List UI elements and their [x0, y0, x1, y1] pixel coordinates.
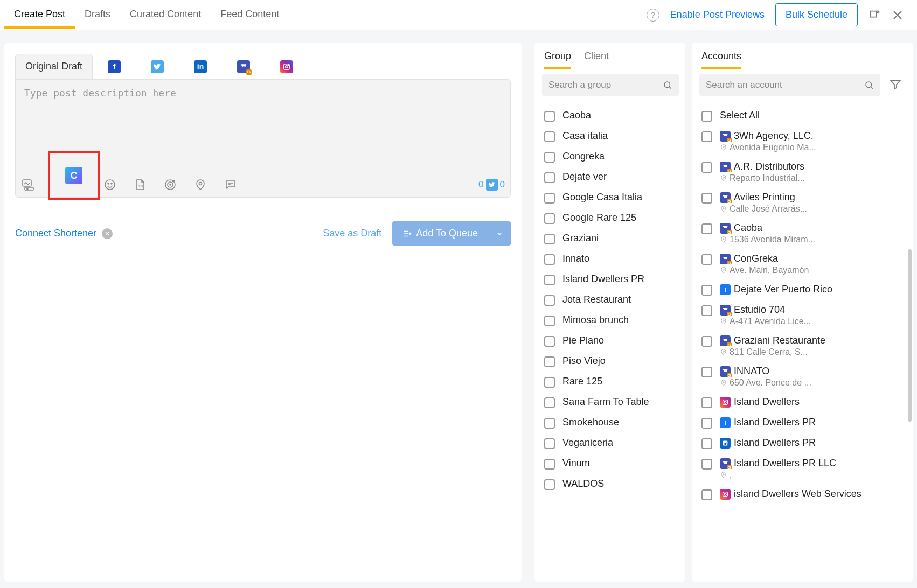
checkbox[interactable]: [701, 305, 712, 316]
account-item[interactable]: Island Dwellers PR LLC,: [699, 453, 905, 484]
checkbox[interactable]: [544, 131, 555, 142]
save-as-draft-link[interactable]: Save as Draft: [323, 228, 381, 239]
checkbox[interactable]: [544, 397, 555, 408]
group-item[interactable]: Piso Viejo: [542, 351, 678, 372]
tab-feed[interactable]: Feed Content: [211, 1, 289, 26]
account-item[interactable]: fDejate Ver Puerto Rico: [699, 279, 905, 300]
account-item[interactable]: island Dwellers Web Services: [699, 484, 905, 505]
account-item[interactable]: fIsland Dwellers PR: [699, 412, 905, 433]
checkbox[interactable]: [544, 172, 555, 183]
google-my-business-icon[interactable]: [237, 60, 250, 73]
account-item[interactable]: ConGrekaAve. Main, Bayamón: [699, 249, 905, 279]
checkbox[interactable]: [544, 254, 555, 265]
checkbox[interactable]: [701, 254, 712, 265]
checkbox[interactable]: [701, 193, 712, 204]
connect-shortener-link[interactable]: Connect Shortener: [15, 228, 96, 239]
checkbox[interactable]: [701, 459, 712, 470]
account-item[interactable]: Estudio 704A-471 Avenida Lice...: [699, 300, 905, 331]
popout-icon[interactable]: [869, 9, 880, 21]
checkbox[interactable]: [544, 213, 555, 224]
tab-create-post[interactable]: Create Post: [4, 1, 75, 29]
help-icon[interactable]: ?: [647, 9, 659, 22]
alt-text-icon[interactable]: [224, 178, 238, 192]
checkbox[interactable]: [544, 479, 555, 490]
twitter-icon[interactable]: [151, 60, 164, 73]
group-item[interactable]: Smokehouse: [542, 412, 678, 433]
tab-drafts[interactable]: Drafts: [75, 1, 120, 26]
post-textarea[interactable]: [24, 87, 502, 146]
account-item[interactable]: Graziani Restaurante811 Calle Cerra, S..…: [699, 331, 905, 361]
account-item[interactable]: Island Dwellers: [699, 392, 905, 412]
account-item[interactable]: 3Wh Agency, LLC.Avenida Eugenio Ma...: [699, 126, 905, 157]
emoji-icon[interactable]: [103, 178, 117, 192]
checkbox[interactable]: [544, 275, 555, 285]
target-icon[interactable]: [163, 178, 177, 192]
group-item[interactable]: Mimosa brunch: [542, 310, 678, 331]
filter-icon[interactable]: [886, 74, 905, 96]
checkbox[interactable]: [544, 356, 555, 367]
checkbox[interactable]: [544, 459, 555, 470]
checkbox[interactable]: [701, 397, 712, 408]
group-item[interactable]: WALDOS: [542, 474, 678, 494]
accounts-tab[interactable]: Accounts: [701, 51, 741, 69]
group-item[interactable]: Dejate ver: [542, 167, 678, 187]
checkbox[interactable]: [544, 152, 555, 163]
original-draft-tab[interactable]: Original Draft: [15, 54, 93, 79]
group-item[interactable]: Congreka: [542, 146, 678, 167]
group-item[interactable]: Jota Restaurant: [542, 290, 678, 310]
linkedin-icon[interactable]: in: [194, 60, 207, 73]
accounts-search-box[interactable]: [699, 74, 880, 96]
group-tab[interactable]: Group: [544, 51, 571, 69]
group-item[interactable]: Pie Plano: [542, 331, 678, 351]
checkbox[interactable]: [544, 418, 555, 429]
checkbox[interactable]: [544, 377, 555, 388]
checkbox[interactable]: [701, 336, 712, 347]
tab-curated[interactable]: Curated Content: [120, 1, 211, 26]
account-item[interactable]: A.R. DistributorsReparto Industrial...: [699, 157, 905, 187]
add-to-queue-button[interactable]: Add To Queue: [392, 221, 488, 246]
accounts-search-input[interactable]: [706, 80, 864, 90]
client-tab[interactable]: Client: [584, 51, 609, 69]
group-item[interactable]: Island Dwellers PR: [542, 269, 678, 290]
checkbox[interactable]: [544, 111, 555, 122]
select-all-item[interactable]: Select All: [699, 106, 905, 126]
enable-post-previews-link[interactable]: Enable Post Previews: [670, 9, 765, 20]
group-item[interactable]: Google Rare 125: [542, 208, 678, 228]
group-search-input[interactable]: [548, 80, 663, 90]
group-item[interactable]: Sana Farm To Table: [542, 392, 678, 412]
gif-icon[interactable]: GIF: [133, 178, 147, 192]
checkbox[interactable]: [544, 316, 555, 326]
checkbox[interactable]: [701, 438, 712, 449]
checkbox[interactable]: [701, 223, 712, 234]
instagram-icon[interactable]: [280, 60, 293, 73]
account-item[interactable]: INNATO650 Ave. Ponce de ...: [699, 361, 905, 392]
account-item[interactable]: Caoba1536 Avenida Miram...: [699, 218, 905, 249]
checkbox[interactable]: [701, 131, 712, 142]
bulk-schedule-button[interactable]: Bulk Schedule: [775, 3, 858, 26]
facebook-icon[interactable]: f: [108, 60, 121, 73]
checkbox[interactable]: [701, 111, 712, 122]
location-icon[interactable]: [193, 178, 207, 192]
scrollbar[interactable]: [908, 249, 912, 422]
group-item[interactable]: Veganiceria: [542, 433, 678, 453]
group-search-box[interactable]: [542, 74, 679, 96]
checkbox[interactable]: [701, 285, 712, 296]
group-item[interactable]: Innato: [542, 249, 678, 269]
account-item[interactable]: Island Dwellers PR: [699, 433, 905, 453]
group-item[interactable]: Vinum: [542, 453, 678, 474]
checkbox[interactable]: [544, 193, 555, 204]
checkbox[interactable]: [701, 418, 712, 429]
checkbox[interactable]: [544, 295, 555, 306]
media-icon[interactable]: [21, 178, 35, 192]
queue-dropdown-caret[interactable]: [488, 221, 511, 246]
checkbox[interactable]: [701, 367, 712, 377]
dismiss-shortener-icon[interactable]: ✕: [102, 228, 113, 239]
checkbox[interactable]: [701, 162, 712, 173]
checkbox[interactable]: [544, 336, 555, 347]
group-item[interactable]: Rare 125: [542, 372, 678, 392]
group-item[interactable]: Casa italia: [542, 126, 678, 146]
canva-icon[interactable]: C: [65, 167, 82, 184]
checkbox[interactable]: [701, 489, 712, 500]
group-item[interactable]: Caoba: [542, 106, 678, 126]
group-item[interactable]: Google Casa Italia: [542, 187, 678, 208]
